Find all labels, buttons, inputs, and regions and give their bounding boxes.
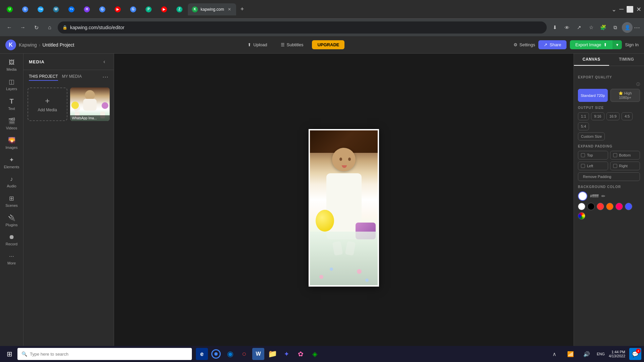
share-icon[interactable]: ↗	[574, 22, 584, 33]
sidebar-item-record[interactable]: ⏺ Record	[0, 231, 23, 249]
tab-yt1[interactable]: ▶	[111, 3, 125, 15]
tab-z[interactable]: Z	[172, 3, 186, 15]
sidebar-item-videos[interactable]: 🎬 Videos	[0, 115, 23, 133]
tab-upwork[interactable]: U	[3, 3, 17, 15]
profile-button[interactable]: 👤	[622, 22, 633, 33]
taskbar-app-opera[interactable]: ○	[238, 348, 250, 360]
export-dropdown-button[interactable]: ▾	[612, 40, 622, 49]
size-4-5-button[interactable]: 4:5	[622, 112, 633, 120]
sign-in-button[interactable]: Sign In	[625, 42, 639, 47]
size-1-1-button[interactable]: 1:1	[578, 112, 589, 120]
forward-button[interactable]: →	[17, 22, 28, 33]
sidebar-item-audio[interactable]: ♪ Audio	[0, 173, 23, 191]
minimize-icon[interactable]: ⌄	[611, 6, 616, 13]
quality-high-button[interactable]: ⭐ High 1080p+	[610, 89, 640, 102]
tab-my-media[interactable]: MY MEDIA	[62, 73, 82, 81]
project-name[interactable]: Untitled Project	[42, 42, 74, 48]
tab-this-project[interactable]: THIS PROJECT	[29, 73, 58, 81]
taskbar-app-3[interactable]: ◈	[309, 348, 321, 360]
reading-mode-icon[interactable]: 👁	[561, 22, 572, 33]
taskbar-app-explorer[interactable]: 📁	[266, 348, 278, 360]
sidebar-item-images[interactable]: 🌄 Images	[0, 134, 23, 152]
brand-name[interactable]: Kapwing	[19, 42, 37, 48]
system-tray-icon[interactable]: ∧	[548, 348, 560, 360]
color-swatch-white[interactable]	[578, 203, 585, 210]
tab-timing[interactable]: TIMING	[609, 54, 644, 66]
tab-close-icon[interactable]: ✕	[227, 7, 232, 12]
padding-left-button[interactable]: Left	[578, 162, 608, 170]
active-color-swatch[interactable]	[578, 191, 587, 201]
close-window-icon[interactable]: ✕	[636, 6, 641, 13]
upgrade-button[interactable]: UPGRADE	[312, 40, 344, 49]
color-swatch-blue[interactable]	[625, 203, 632, 210]
collapse-panel-button[interactable]: ‹	[100, 58, 108, 66]
tab-canvas[interactable]: CANVAS	[574, 54, 609, 66]
tab-kapwing[interactable]: K kapwing.com ✕	[188, 3, 236, 15]
share-button[interactable]: ↗ Share	[538, 40, 567, 49]
back-button[interactable]: ←	[4, 22, 15, 33]
padding-right-button[interactable]: Right	[610, 162, 640, 170]
tab-yt2[interactable]: ▶	[157, 3, 171, 15]
subtitles-button[interactable]: ☰ Subtitles	[276, 40, 308, 49]
settings-button[interactable]: ⚙ Settings	[514, 42, 535, 47]
maximize-icon[interactable]: ⬜	[626, 6, 634, 13]
tab-p[interactable]: P	[142, 3, 156, 15]
quality-standard-button[interactable]: Standard 720p	[578, 89, 608, 102]
start-button[interactable]: ⊞	[3, 347, 16, 361]
new-tab-button[interactable]: +	[237, 5, 247, 14]
size-5-4-button[interactable]: 5:4	[578, 122, 589, 130]
taskbar-app-1[interactable]: ✦	[280, 348, 292, 360]
add-media-button[interactable]: + Add Media	[28, 87, 67, 121]
color-swatch-orange[interactable]	[606, 203, 613, 210]
color-swatch-black[interactable]	[587, 203, 595, 210]
search-bar[interactable]: 🔍	[17, 348, 192, 360]
search-input[interactable]	[30, 352, 188, 357]
sidebar-item-plugins[interactable]: 🔌 Plugins	[0, 212, 23, 230]
tab-hex[interactable]: H	[80, 3, 94, 15]
taskbar-app-word[interactable]: W	[252, 348, 264, 360]
download-icon[interactable]: ⬇	[549, 22, 560, 33]
favorites-icon[interactable]: ☆	[586, 22, 596, 33]
taskbar-chat-button[interactable]: 💬 4	[629, 348, 641, 360]
sidebar-item-elements[interactable]: ✦ Elements	[0, 154, 23, 172]
home-button[interactable]: ⌂	[44, 22, 55, 33]
address-bar[interactable]: 🔒 kapwing.com/studio/editor	[58, 21, 547, 34]
export-button[interactable]: Export Image ⬆	[570, 40, 612, 49]
padding-top-button[interactable]: Top	[578, 151, 608, 160]
color-swatch-red[interactable]	[597, 203, 604, 210]
padding-bottom-button[interactable]: Bottom	[610, 151, 640, 160]
media-more-icon[interactable]: ⋯	[102, 73, 108, 80]
menu-dots-icon[interactable]: ⋯	[634, 24, 640, 31]
remove-padding-button[interactable]: Remove Padding	[578, 172, 640, 181]
media-thumbnail[interactable]: WhatsApp Ima...	[70, 87, 110, 121]
color-swatch-pink[interactable]	[615, 203, 623, 210]
canvas-area[interactable]	[114, 54, 574, 362]
taskbar-app-ie[interactable]: e	[196, 348, 208, 360]
split-view-icon[interactable]: ⧉	[610, 22, 621, 33]
minimize-window-icon[interactable]: ─	[619, 6, 624, 13]
reload-button[interactable]: ↻	[31, 22, 42, 33]
size-9-16-button[interactable]: 9:16	[591, 112, 604, 120]
size-16-9-button[interactable]: 16:9	[606, 112, 620, 120]
color-swatch-rainbow[interactable]	[578, 212, 585, 220]
volume-icon[interactable]: 🔊	[581, 348, 593, 360]
taskbar-app-edge[interactable]: ◉	[224, 348, 236, 360]
network-icon[interactable]: 📶	[565, 348, 577, 360]
language-indicator[interactable]: ENG	[597, 352, 605, 356]
upload-button[interactable]: ⬆ Upload	[243, 40, 272, 49]
custom-size-button[interactable]: Custom Size	[578, 132, 605, 140]
taskbar-app-2[interactable]: ✿	[294, 348, 307, 360]
sidebar-item-scenes[interactable]: ⊞ Scenes	[0, 192, 23, 210]
taskbar-clock[interactable]: 1:44 PM 4/13/2022	[609, 350, 625, 358]
export-quality-info-icon[interactable]: ⓘ	[636, 82, 640, 87]
tab-tv[interactable]: TV	[64, 3, 78, 15]
tab-google1[interactable]: G	[18, 3, 32, 15]
sidebar-item-layers[interactable]: ◫ Layers	[0, 75, 23, 94]
sidebar-item-media[interactable]: 🖼 Media	[0, 56, 23, 74]
tab-google3[interactable]: G	[126, 3, 140, 15]
tab-wp[interactable]: W	[49, 3, 63, 15]
sidebar-item-more[interactable]: ··· More	[0, 250, 23, 268]
tab-google2[interactable]: G	[95, 3, 109, 15]
taskbar-app-chrome[interactable]	[210, 348, 222, 360]
sidebar-item-text[interactable]: T Text	[0, 95, 23, 113]
